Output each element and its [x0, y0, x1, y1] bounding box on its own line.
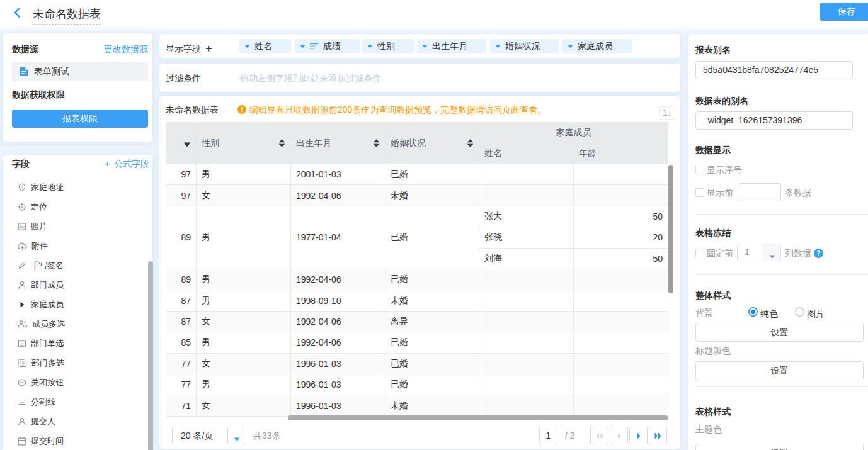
svg-text:?: ?	[816, 250, 820, 257]
